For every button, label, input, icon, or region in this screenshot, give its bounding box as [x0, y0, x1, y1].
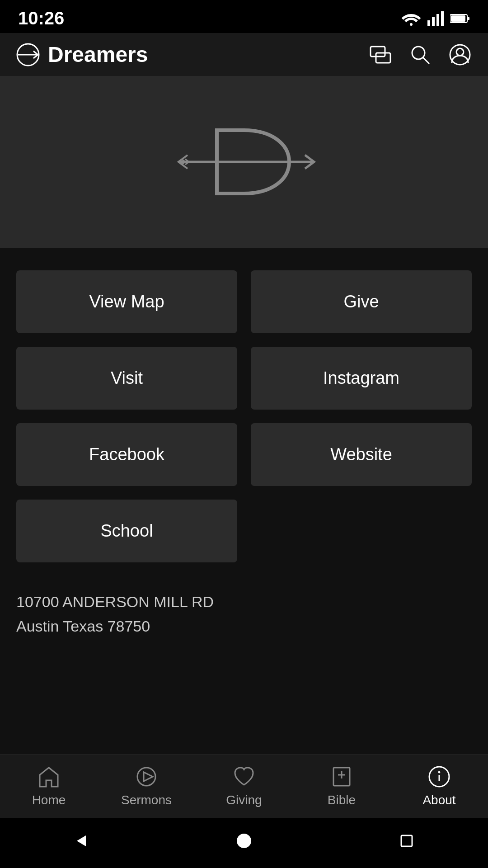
instagram-button[interactable]: Instagram [251, 347, 472, 410]
svg-rect-7 [468, 17, 469, 20]
system-nav [0, 818, 488, 868]
svg-rect-32 [401, 835, 412, 846]
nav-label-sermons: Sermons [121, 793, 172, 807]
giving-icon [231, 764, 257, 789]
status-bar: 10:26 [0, 0, 488, 33]
sys-home-circle-icon [235, 832, 253, 850]
search-icon[interactable] [408, 43, 432, 66]
status-icons [401, 11, 470, 26]
button-grid-row3: Facebook Website [16, 423, 472, 486]
bottom-nav: Home Sermons Giving Bible About [0, 755, 488, 818]
sermons-icon [134, 764, 159, 789]
svg-rect-10 [371, 47, 385, 57]
button-grid-row2: Visit Instagram [16, 347, 472, 410]
sys-home-button[interactable] [230, 827, 258, 854]
address-block: 10700 ANDERSON MILL RD Austin Texas 7875… [16, 585, 472, 648]
svg-point-29 [438, 771, 440, 773]
app-logo-icon [16, 43, 40, 66]
button-grid-row4: School [16, 500, 472, 562]
nav-label-home: Home [32, 793, 66, 807]
address-line2: Austin Texas 78750 [16, 614, 472, 638]
nav-item-home[interactable]: Home [17, 764, 80, 807]
svg-point-15 [456, 48, 464, 56]
about-icon [427, 764, 452, 789]
svg-rect-6 [451, 15, 465, 22]
back-arrow-icon [72, 832, 90, 850]
svg-rect-11 [376, 53, 390, 63]
nav-item-sermons[interactable]: Sermons [115, 764, 178, 807]
recents-icon [398, 832, 416, 850]
sys-recents-button[interactable] [393, 827, 420, 854]
svg-rect-2 [432, 17, 435, 26]
hero-logo [172, 112, 316, 212]
school-button[interactable]: School [16, 500, 237, 562]
svg-point-0 [410, 23, 413, 26]
home-icon [36, 764, 61, 789]
sys-back-button[interactable] [68, 827, 95, 854]
svg-marker-23 [144, 772, 153, 781]
toolbar: Dreamers [0, 33, 488, 76]
give-button[interactable]: Give [251, 270, 472, 333]
main-content: View Map Give Visit Instagram Facebook W… [0, 248, 488, 755]
hero-section [0, 76, 488, 248]
nav-item-giving[interactable]: Giving [212, 764, 276, 807]
bible-icon [329, 764, 354, 789]
svg-point-12 [412, 47, 425, 59]
wifi-icon [401, 11, 421, 26]
svg-rect-1 [427, 20, 430, 26]
profile-icon[interactable] [448, 43, 472, 66]
nav-label-bible: Bible [328, 793, 356, 807]
svg-rect-3 [436, 14, 439, 26]
nav-label-giving: Giving [226, 793, 262, 807]
facebook-button[interactable]: Facebook [16, 423, 237, 486]
svg-point-31 [237, 834, 251, 848]
signal-icon [427, 11, 444, 26]
nav-label-about: About [422, 793, 455, 807]
website-button[interactable]: Website [251, 423, 472, 486]
view-map-button[interactable]: View Map [16, 270, 237, 333]
toolbar-left: Dreamers [16, 42, 148, 67]
battery-icon [450, 13, 470, 24]
address-line1: 10700 ANDERSON MILL RD [16, 590, 472, 614]
nav-item-about[interactable]: About [408, 764, 471, 807]
svg-line-13 [423, 57, 429, 64]
visit-button[interactable]: Visit [16, 347, 237, 410]
status-time: 10:26 [18, 8, 64, 28]
button-grid-row1: View Map Give [16, 270, 472, 333]
app-title: Dreamers [48, 42, 148, 67]
toolbar-right [369, 43, 472, 66]
svg-rect-4 [441, 11, 444, 26]
svg-marker-30 [77, 835, 86, 846]
nav-item-bible[interactable]: Bible [310, 764, 373, 807]
chat-icon[interactable] [369, 43, 392, 66]
